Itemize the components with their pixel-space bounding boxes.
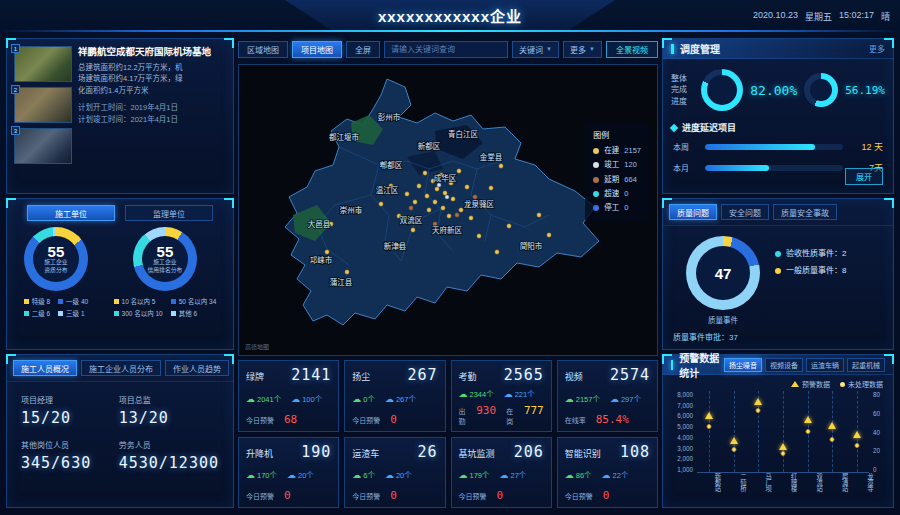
datetime-group: 2020.10.23 星期五 15:02:17 晴: [753, 10, 890, 23]
donut-caption: 信用排名分布: [148, 267, 183, 274]
legend-item: 50 名以内 34: [171, 296, 217, 306]
search-input[interactable]: [384, 41, 508, 58]
tab-construction-units[interactable]: 施工单位: [27, 205, 115, 221]
card-total: 108: [620, 443, 650, 461]
legend-color-dot: [593, 177, 599, 183]
online-count: 2157个: [576, 395, 600, 404]
offline-count: 297个: [621, 395, 641, 404]
stat-card-pit-monitor[interactable]: 基坑监测206 ☁179个☁27个 今日预警0: [451, 437, 552, 509]
stat-labor-workers: 劳务人员 4530/12300: [119, 439, 219, 472]
stat-card-green-plate[interactable]: 绿牌2141 ☁2041个☁100个 今日预警68: [238, 360, 339, 432]
stat-card-slag-truck[interactable]: 运渣车26 ☁6个☁20个 今日预警0: [344, 437, 445, 509]
online-count: 179个: [470, 471, 490, 480]
top-decor-line: [0, 30, 900, 32]
tab-safety-issues[interactable]: 安全问题: [721, 204, 769, 220]
footer-value: 930: [476, 404, 496, 417]
tab-supervision-units[interactable]: 监理单位: [125, 205, 213, 221]
cloud-offline-icon: ☁: [385, 394, 394, 404]
cloud-online-icon: ☁: [459, 389, 468, 399]
warning-x-label: 红牌楼: [773, 473, 798, 507]
district-label: 简阳市: [520, 241, 543, 251]
district-label: 龙泉驿区: [464, 199, 494, 209]
region-map-button[interactable]: 区域地图: [238, 41, 288, 58]
overall-progress-gauge: [701, 69, 743, 111]
online-count: 86个: [576, 471, 592, 480]
legend-item: 300 名以内 10: [114, 308, 163, 318]
stat-card-dust[interactable]: 扬尘267 ☁0个☁267个 今日预警0: [344, 360, 445, 432]
map-legend-item: 超速 0: [593, 187, 641, 201]
city-map[interactable]: 彭州市 都江堰市 金堂县 郫都区 新都区 青白江区 温江区 成华区 龙泉驿区 崇…: [238, 64, 658, 356]
tab-slag-trucks[interactable]: 运渣车辆: [806, 358, 844, 372]
stat-value: 4530/12300: [119, 454, 219, 472]
map-legend-item: 延期 664: [593, 173, 641, 187]
gauge-value: 82.00%: [750, 83, 797, 98]
legend-item: 一级 40: [58, 296, 88, 306]
footer-label: 出勤: [459, 406, 467, 426]
cloud-offline-icon: ☁: [385, 470, 394, 480]
map-legend-item: 停工 0: [593, 201, 641, 215]
card-total: 2574: [610, 366, 650, 384]
card-title: 运渣车: [352, 447, 379, 460]
warning-x-label: 犀浦站: [824, 473, 849, 507]
project-desc-line: 场建筑面积约4.17万平方米，绿: [78, 73, 226, 85]
card-title: 视频: [565, 370, 583, 383]
tab-quality-issues[interactable]: 质量问题: [669, 204, 717, 220]
map-legend-item: 竣工 120: [593, 158, 641, 172]
project-thumbnail[interactable]: 3: [14, 128, 72, 164]
card-title: 扬尘: [352, 370, 370, 383]
expand-button[interactable]: 展开: [845, 168, 883, 185]
stat-card-ai-recognition[interactable]: 智能识别108 ☁86个☁22个 今日预警0: [557, 437, 658, 509]
map-toolbar: 区域地图 项目地图 全屏 关键词 ▼ 更多 ▼ 全景视频: [238, 38, 658, 60]
dispatch-more-link[interactable]: 更多: [869, 43, 885, 54]
panorama-video-button[interactable]: 全景视频: [606, 41, 658, 58]
tab-personnel-overview[interactable]: 施工人员概况: [13, 360, 77, 376]
legend-text: 一般质量事件：8: [786, 263, 846, 280]
footer-label: 今日预警: [352, 491, 380, 501]
personnel-panel: 施工人员概况 施工企业人员分布 作业人员趋势 项目经理 15/20 项目总监 1…: [6, 354, 234, 508]
stat-value: 13/20: [119, 409, 219, 427]
online-count: 6个: [363, 471, 375, 480]
page-title: xxxxxxxxxxxx企业: [378, 5, 522, 26]
fullscreen-button[interactable]: 全屏: [346, 41, 380, 58]
map-legend-item: 在建 2157: [593, 144, 641, 158]
qualification-legend: 特级 8 一级 40 二级 6 三级 1: [24, 296, 88, 318]
donut-total: 47: [715, 266, 732, 281]
project-thumbnail[interactable]: 2: [14, 87, 72, 123]
stat-project-manager: 项目经理 15/20: [21, 394, 111, 427]
chevron-down-icon: ▼: [546, 46, 552, 52]
legend-value: 2157: [624, 144, 641, 158]
quality-panel: 质量问题 安全问题 质量安全事故 47 质量事件 验收性质事件：2 一般质量事件…: [662, 198, 894, 350]
keyword-dropdown[interactable]: 关键词 ▼: [512, 41, 559, 58]
donut-total: 55: [48, 244, 65, 259]
project-info-panel: 1 2 3 祥鹏航空成都天府国际机场基地 总建筑面积约12.2万平方米，机 场建…: [6, 38, 234, 194]
card-title: 智能识别: [565, 447, 601, 460]
tab-worker-trend[interactable]: 作业人员趋势: [165, 360, 229, 376]
district-label: 双流区: [400, 215, 423, 225]
project-thumbnail[interactable]: 1: [14, 46, 72, 82]
tab-cranes[interactable]: 起重机械: [847, 358, 885, 372]
more-dropdown[interactable]: 更多 ▼: [563, 41, 602, 58]
tab-video-devices[interactable]: 视频设备: [765, 358, 803, 372]
stat-card-hoist[interactable]: 升降机190 ☁170个☁20个 今日预警0: [238, 437, 339, 509]
project-map-button[interactable]: 项目地图: [292, 41, 342, 58]
tab-quality-safety-accidents[interactable]: 质量安全事故: [773, 204, 837, 220]
stat-card-attendance[interactable]: 考勤2565 ☁2344个☁221个 出勤930在岗777: [451, 360, 552, 432]
credit-rank-legend: 10 名以内 5 50 名以内 34 300 名以内 10 其他 6: [114, 296, 217, 318]
warning-stats-panel: 预警数据统计 扬尘噪音 视频设备 运渣车辆 起重机械 预警数据 未处理数据 8,…: [662, 354, 894, 508]
footer-value: 0: [390, 413, 397, 426]
warning-x-label: 马厂坝: [748, 473, 773, 507]
qualification-donut-chart: 55 施工企业 资质分布: [24, 227, 88, 291]
stat-label: 劳务人员: [119, 439, 219, 450]
donut-total: 55: [157, 244, 174, 259]
card-title: 升降机: [246, 447, 273, 460]
cloud-online-icon: ☁: [352, 394, 361, 404]
map-legend: 图例 在建 2157 竣工 120 延期 664 超速 0: [585, 123, 649, 221]
footer-value: 0: [497, 489, 504, 502]
footer-label: 在线率: [565, 415, 586, 425]
warning-yaxis-left: 8,0007,0006,0005,0004,0003,0002,0001,000: [669, 391, 693, 473]
tab-personnel-distribution[interactable]: 施工企业人员分布: [81, 360, 161, 376]
city-boundary: [285, 79, 599, 325]
tab-dust-noise[interactable]: 扬尘噪音: [724, 358, 762, 372]
stat-card-video[interactable]: 视频2574 ☁2157个☁297个 在线率85.4%: [557, 360, 658, 432]
head-tick: [671, 44, 674, 54]
